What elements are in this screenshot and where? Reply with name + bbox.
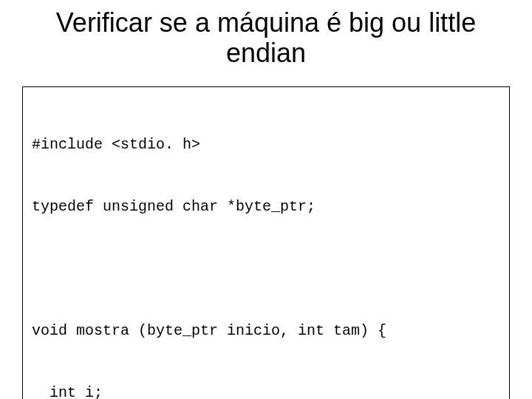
code-box: #include <stdio. h> typedef unsigned cha… — [22, 86, 510, 399]
slide-title: Verificar se a máquina é big ou little e… — [22, 7, 510, 69]
code-line: typedef unsigned char *byte_ptr; — [32, 197, 500, 217]
code-blank-line — [32, 259, 500, 279]
slide: Verificar se a máquina é big ou little e… — [0, 0, 532, 399]
code-line: void mostra (byte_ptr inicio, int tam) { — [32, 321, 500, 341]
code-line: int i; — [32, 383, 500, 399]
code-line: #include <stdio. h> — [32, 134, 500, 155]
